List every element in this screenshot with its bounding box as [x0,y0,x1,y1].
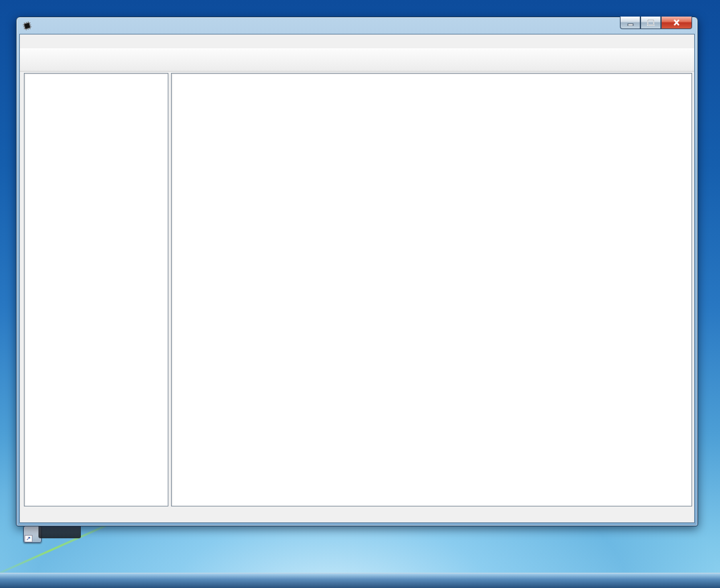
titlebar[interactable] [19,17,695,34]
window-controls [620,17,692,29]
close-button[interactable] [661,17,692,29]
flags-checklist [171,73,692,506]
navigation-tree [24,73,168,506]
taskbar[interactable] [0,573,720,588]
window-client-area [19,34,695,523]
content-area [20,72,694,508]
desktop [0,0,720,588]
status-bar [20,508,694,522]
maximize-button[interactable] [640,17,661,29]
menu-bar [20,34,694,48]
app-window [16,17,698,526]
toolbar [20,48,694,72]
app-icon [21,19,34,32]
minimize-button[interactable] [620,17,640,29]
